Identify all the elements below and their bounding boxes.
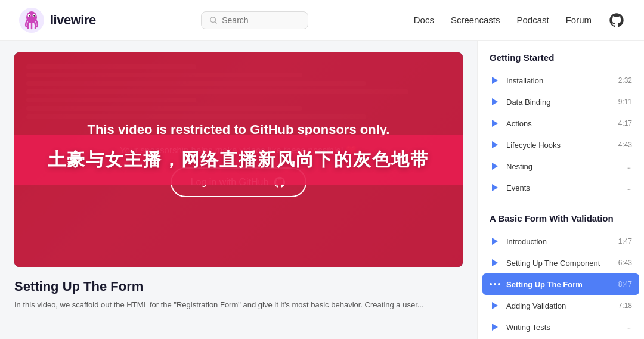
logo-icon — [19, 8, 44, 33]
sidebar-list-item[interactable]: Nesting... — [478, 155, 644, 177]
sidebar-item-name: Nesting — [506, 162, 532, 171]
sidebar-item-left: Adding Validation — [490, 300, 566, 311]
nav-screencasts[interactable]: Screencasts — [451, 15, 500, 25]
sidebar-item-name: Actions — [506, 119, 532, 128]
search-box[interactable] — [201, 11, 308, 29]
sidebar-list-item[interactable]: Writing Tests... — [478, 316, 644, 338]
play-triangle-icon — [490, 75, 500, 86]
main-layout: This video is restricted to GitHub spons… — [0, 41, 644, 339]
sidebar-item-left: Events — [490, 182, 530, 193]
github-icon[interactable] — [608, 12, 625, 29]
sidebar-item-duration: 1:47 — [618, 237, 632, 245]
sidebar-item-left: Setting Up The Form — [490, 279, 583, 290]
sidebar-item-name: Data Binding — [506, 98, 550, 107]
sidebar-item-duration: 2:32 — [618, 76, 632, 85]
sidebar-section2-title: A Basic Form With Validation — [478, 213, 644, 231]
sidebar-item-name: Introduction — [506, 237, 547, 246]
play-triangle-icon — [490, 322, 500, 332]
sidebar-item-left: Writing Tests — [490, 322, 550, 332]
sidebar-list-item[interactable]: Adding Validation7:18 — [478, 295, 644, 316]
sidebar-item-left: Data Binding — [490, 97, 550, 107]
watermark-text: 土豪与女主播，网络直播新风尚下的灰色地带 — [48, 150, 429, 169]
sidebar-list-item[interactable]: Setting Up The Form8:47 — [482, 273, 639, 295]
video-bg: This video is restricted to GitHub spons… — [14, 52, 463, 267]
sidebar-item-duration: 4:17 — [618, 119, 632, 127]
sidebar-item-duration: ... — [626, 162, 632, 170]
video-wrapper: This video is restricted to GitHub spons… — [14, 52, 463, 267]
sidebar-item-left: Setting Up The Component — [490, 257, 600, 268]
header: livewire Docs Screencasts Podcast Forum — [0, 0, 644, 41]
play-triangle-icon — [490, 182, 500, 193]
sidebar-item-name: Events — [506, 184, 530, 192]
video-title: Setting Up The Form — [14, 279, 463, 294]
play-triangle-icon — [490, 236, 500, 247]
sidebar-list-item[interactable]: Introduction1:47 — [478, 231, 644, 252]
play-triangle-icon — [490, 161, 500, 172]
dots-icon — [490, 279, 500, 290]
sidebar-item-duration: ... — [626, 323, 632, 331]
sidebar-list-item[interactable]: Lifecycle Hooks4:43 — [478, 134, 644, 155]
sidebar-item-left: Lifecycle Hooks — [490, 139, 561, 150]
sidebar-item-name: Setting Up The Form — [506, 280, 583, 289]
svg-line-7 — [215, 21, 217, 23]
sidebar-list-item[interactable]: Actions4:17 — [478, 113, 644, 134]
svg-point-4 — [29, 15, 30, 16]
sidebar-item-left: Introduction — [490, 236, 547, 247]
sidebar: Getting Started Installation2:32Data Bin… — [477, 41, 644, 339]
sidebar-item-left: Nesting — [490, 161, 532, 172]
logo-area: livewire — [19, 8, 96, 33]
sidebar-list-item[interactable]: Events... — [478, 177, 644, 198]
sidebar-item-name: Writing Tests — [506, 323, 550, 332]
sidebar-item-duration: ... — [626, 184, 632, 192]
sidebar-item-duration: 4:43 — [618, 141, 632, 149]
nav-links: Docs Screencasts Podcast Forum — [414, 12, 625, 29]
search-input[interactable] — [222, 15, 299, 25]
nav-podcast[interactable]: Podcast — [516, 15, 549, 25]
sidebar-item-duration: 9:11 — [618, 98, 632, 106]
sidebar-list-item[interactable]: Data Binding9:11 — [478, 91, 644, 113]
play-triangle-icon — [490, 257, 500, 268]
video-description: In this video, we scaffold out the HTML … — [14, 299, 463, 312]
sidebar-item-name: Adding Validation — [506, 301, 566, 310]
watermark-banner: 土豪与女主播，网络直播新风尚下的灰色地带 — [14, 135, 463, 185]
sidebar-list-item[interactable]: Installation2:32 — [478, 70, 644, 91]
sidebar-item-duration: 6:43 — [618, 259, 632, 267]
sidebar-item-name: Lifecycle Hooks — [506, 141, 561, 150]
sidebar-item-left: Actions — [490, 118, 532, 129]
play-triangle-icon — [490, 118, 500, 129]
sidebar-item-name: Installation — [506, 76, 543, 85]
sidebar-item-left: Installation — [490, 75, 543, 86]
sidebar-divider — [490, 206, 632, 206]
play-triangle-icon — [490, 97, 500, 107]
nav-docs[interactable]: Docs — [414, 15, 434, 25]
play-triangle-icon — [490, 139, 500, 150]
sidebar-section1-items: Installation2:32Data Binding9:11Actions4… — [478, 70, 644, 198]
video-title-section: Setting Up The Form In this video, we sc… — [0, 267, 477, 318]
sidebar-item-name: Setting Up The Component — [506, 259, 600, 268]
svg-point-5 — [33, 15, 35, 16]
watermark-overlay: 土豪与女主播，网络直播新风尚下的灰色地带 — [14, 52, 463, 267]
svg-point-1 — [26, 11, 37, 23]
sidebar-section1-title: Getting Started — [478, 52, 644, 70]
search-icon — [210, 16, 217, 24]
sidebar-item-duration: 8:47 — [618, 280, 632, 288]
nav-forum[interactable]: Forum — [566, 15, 592, 25]
content-area: This video is restricted to GitHub spons… — [0, 41, 477, 339]
sidebar-list-item[interactable]: Setting Up The Component6:43 — [478, 252, 644, 273]
sidebar-item-duration: 7:18 — [618, 301, 632, 310]
play-triangle-icon — [490, 300, 500, 311]
sidebar-section2-items: Introduction1:47Setting Up The Component… — [478, 231, 644, 339]
logo-text: livewire — [50, 13, 96, 28]
